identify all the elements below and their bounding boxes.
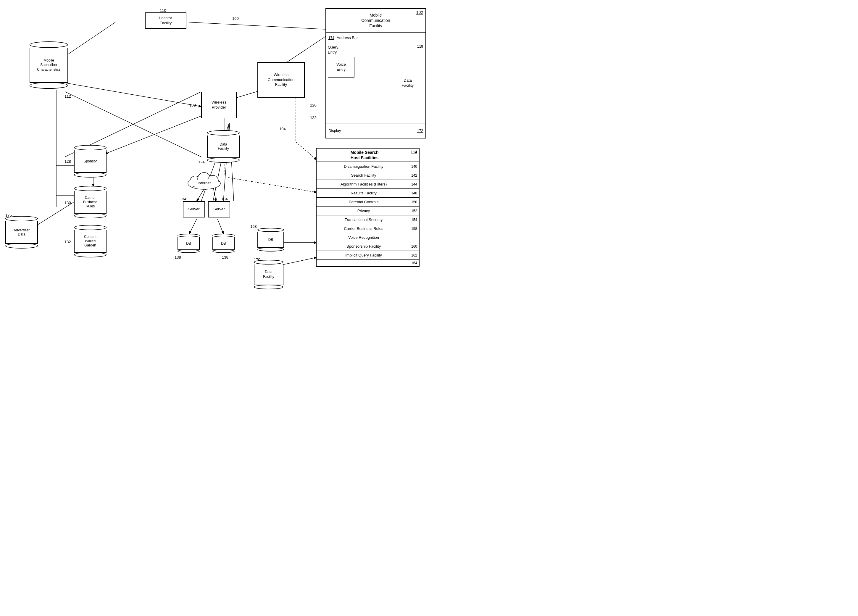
mshf-last-num: 164 [409, 261, 417, 265]
mcf-outer-box: Mobile Communication Facility 102 174 Ad… [325, 8, 426, 138]
label-168: 168 [250, 224, 257, 229]
mobile-subscriber-label: Mobile Subscriber Characteristics [37, 58, 61, 72]
mshf-sponsorship-num: 160 [409, 244, 417, 249]
internet-cloud: Internet [185, 167, 223, 191]
label-138b: 138 [222, 255, 228, 260]
data-facility-top-cylinder: Data Facility [207, 130, 239, 163]
wireless-comm-label: Wireless Communication Facility [268, 73, 294, 87]
label-120: 120 [310, 103, 317, 107]
query-entry-label: Query Entry [328, 45, 388, 55]
mshf-title-row: Mobile Search Host Facilities 114 [317, 149, 419, 162]
db3-cylinder: DB [257, 228, 284, 252]
label-130: 130 [64, 201, 71, 205]
mshf-algorithm-label: Algorithm Facilities (Filters) [319, 182, 409, 187]
mshf-row-carrier: Carrier Business Rules 158 [317, 224, 419, 233]
label-112: 112 [64, 94, 71, 98]
mshf-row-privacy: Privacy 152 [317, 207, 419, 215]
label-124: 124 [198, 160, 205, 164]
mshf-row-transactional: Transactional Security 154 [317, 215, 419, 224]
mshf-privacy-label: Privacy [319, 208, 409, 213]
db1-cylinder: DB [177, 234, 200, 253]
mshf-row-parental: Parental Controls 150 [317, 198, 419, 207]
data-facility-top-label: Data Facility [218, 142, 229, 151]
mshf-row-disambiguation: Disambiguation Facility 140 [317, 162, 419, 171]
label-110: 110 [160, 8, 166, 13]
sponsor-label: Sponsor [84, 159, 97, 163]
svg-text:Internet: Internet [197, 181, 211, 185]
svg-line-16 [296, 142, 317, 160]
mshf-algorithm-num: 144 [409, 182, 417, 187]
mshf-row-search: Search Facility 142 [317, 171, 419, 180]
mshf-num: 114 [411, 150, 417, 154]
sponsor-cylinder: Sponsor [74, 145, 107, 177]
svg-line-3 [283, 33, 331, 65]
display-num: 172 [417, 129, 423, 133]
server2-label: Server [213, 207, 225, 212]
db2-label: DB [221, 241, 226, 246]
mshf-implicit-num: 162 [409, 253, 417, 257]
mshf-carrier-num: 158 [409, 227, 417, 231]
label-175: 175 [5, 213, 12, 218]
diagram: 110 Locator Facility 100 Mobile Subscrib… [0, 0, 429, 308]
mshf-disambiguation-label: Disambiguation Facility [319, 164, 409, 169]
mshf-row-implicit: Implicit Query Facility 162 [317, 251, 419, 260]
svg-line-22 [190, 219, 197, 234]
mshf-parental-num: 150 [409, 200, 417, 204]
label-138a: 138 [174, 255, 181, 260]
mshf-sponsorship-label: Sponsorship Facility [319, 244, 409, 249]
mshf-voice-label: Voice Recognition [319, 235, 409, 240]
mshf-row-results: Results Facility 148 [317, 189, 419, 198]
mshf-row-sponsorship: Sponsorship Facility 160 [317, 242, 419, 251]
data-facility-bottom-cylinder: Data Facility [254, 260, 283, 289]
advertiser-data-cylinder: Advertiser Data [5, 216, 38, 249]
mshf-transactional-num: 154 [409, 218, 417, 222]
mshf-transactional-label: Transactional Security [319, 218, 409, 222]
wireless-provider-label: Wireless Provider [211, 100, 226, 110]
locator-facility-box: Locator Facility [145, 12, 187, 29]
label-100: 100 [232, 16, 239, 21]
wireless-comm-box: Wireless Communication Facility [257, 62, 305, 98]
data-facility-mcf-label: Data Facility [402, 78, 413, 88]
label-108: 108 [190, 103, 196, 107]
mshf-disambiguation-num: 140 [409, 165, 417, 169]
svg-line-1 [61, 22, 115, 59]
label-122: 122 [310, 115, 317, 120]
data-facility-mcf-num: 118 [417, 44, 423, 48]
svg-line-23 [218, 219, 223, 234]
server2-box: Server [208, 201, 230, 218]
mshf-row-algorithm: Algorithm Facilities (Filters) 144 [317, 180, 419, 189]
content-walled-garden-cylinder: Content Walled Garden [74, 225, 107, 257]
mshf-implicit-label: Implicit Query Facility [319, 253, 409, 257]
locator-facility-label: Locator Facility [159, 16, 172, 26]
mshf-box: Mobile Search Host Facilities 114 Disamb… [316, 148, 420, 267]
server1-box: Server [183, 201, 205, 218]
wireless-provider-box: Wireless Provider [201, 92, 237, 118]
svg-line-4 [65, 83, 201, 106]
mcf-title: Mobile Communication Facility [361, 12, 390, 29]
db3-label: DB [268, 238, 274, 242]
db1-label: DB [186, 241, 191, 246]
content-walled-garden-label: Content Walled Garden [84, 235, 96, 247]
svg-line-2 [190, 22, 331, 30]
carrier-business-label: Carrier Business Rules [83, 196, 98, 208]
label-134b: 134 [221, 197, 228, 201]
mshf-row-last: 164 [317, 260, 419, 266]
mshf-carrier-label: Carrier Business Rules [319, 226, 409, 231]
server1-label: Server [188, 207, 199, 212]
label-132: 132 [64, 240, 71, 244]
mshf-privacy-num: 152 [409, 209, 417, 213]
address-bar-label: Address Bar [337, 36, 358, 40]
mshf-parental-label: Parental Controls [319, 200, 409, 204]
mshf-results-num: 148 [409, 191, 417, 195]
mshf-search-label: Search Facility [319, 173, 409, 177]
mshf-results-label: Results Facility [319, 191, 409, 195]
mcf-num: 102 [416, 10, 423, 15]
label-104: 104 [279, 127, 286, 131]
voice-entry-label: Voice Entry [336, 62, 346, 72]
display-label: Display [328, 128, 417, 133]
carrier-business-cylinder: Carrier Business Rules [74, 186, 107, 218]
address-bar-num: 174 [328, 36, 334, 40]
db2-cylinder: DB [213, 234, 235, 253]
svg-line-14 [105, 115, 203, 154]
label-134a: 134 [180, 197, 187, 201]
